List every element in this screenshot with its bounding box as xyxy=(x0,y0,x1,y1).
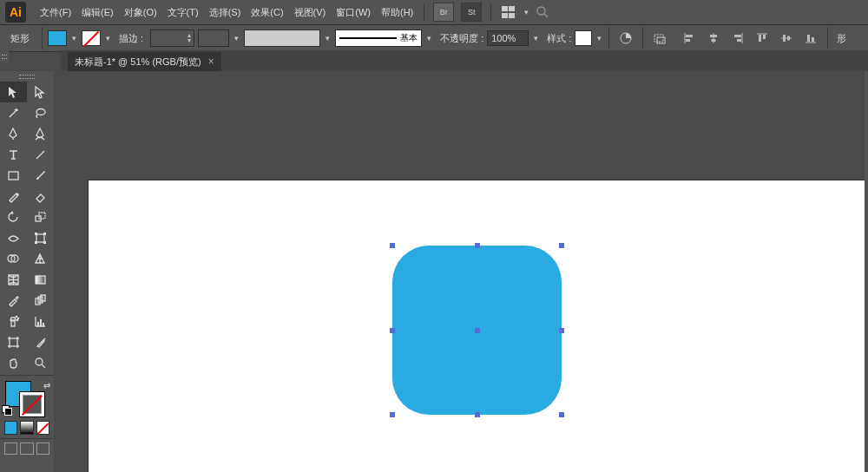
align-right-button[interactable] xyxy=(727,28,749,49)
chevron-down-icon[interactable]: ▾ xyxy=(233,34,240,43)
align-vcenter-button[interactable] xyxy=(775,28,798,49)
svg-point-42 xyxy=(17,318,18,318)
svg-rect-36 xyxy=(36,276,45,284)
lasso-tool[interactable] xyxy=(27,102,54,123)
zoom-tool[interactable] xyxy=(27,352,54,373)
chevron-down-icon[interactable]: ▾ xyxy=(70,34,78,43)
menu-select[interactable]: 选择(S) xyxy=(209,6,241,19)
handle-bottom-right[interactable] xyxy=(559,412,564,417)
svg-rect-7 xyxy=(686,39,690,42)
stroke-color-icon[interactable] xyxy=(19,391,45,417)
chevron-down-icon[interactable]: ▾ xyxy=(524,8,529,16)
color-mode-solid[interactable] xyxy=(4,421,17,435)
canvas[interactable] xyxy=(54,71,865,472)
column-graph-tool[interactable] xyxy=(27,311,54,331)
swap-fill-stroke-icon[interactable]: ⇄ xyxy=(43,381,50,390)
fill-swatch[interactable] xyxy=(48,30,67,46)
isolate-button[interactable] xyxy=(648,28,671,49)
slice-tool[interactable] xyxy=(27,331,54,352)
opacity-field[interactable]: 100% xyxy=(487,30,529,46)
align-bottom-button[interactable] xyxy=(799,28,822,49)
align-hcenter-button[interactable] xyxy=(702,28,725,49)
bridge-button[interactable]: Br xyxy=(433,3,454,22)
menu-window[interactable]: 窗口(W) xyxy=(336,6,371,19)
document-tab[interactable]: 未标题-1* @ 51% (RGB/预览) × xyxy=(68,52,221,71)
artboard[interactable] xyxy=(89,180,865,472)
rectangle-tool[interactable] xyxy=(0,165,27,186)
direct-selection-tool[interactable] xyxy=(27,82,54,102)
chevron-down-icon[interactable]: ▾ xyxy=(595,34,603,43)
variable-width-profile[interactable] xyxy=(198,30,229,47)
chevron-down-icon[interactable]: ▾ xyxy=(324,34,332,43)
handle-top-left[interactable] xyxy=(390,243,395,248)
eyedropper-tool[interactable] xyxy=(0,290,27,311)
menu-effect[interactable]: 效果(C) xyxy=(251,6,283,19)
handle-top-right[interactable] xyxy=(559,243,564,248)
close-tab-button[interactable]: × xyxy=(208,56,214,68)
selection-tool[interactable] xyxy=(0,82,27,102)
paintbrush-tool[interactable] xyxy=(27,165,54,186)
align-left-button[interactable] xyxy=(678,28,700,49)
menu-help[interactable]: 帮助(H) xyxy=(381,6,413,19)
divider xyxy=(424,3,424,21)
eraser-tool[interactable] xyxy=(27,186,54,206)
default-fill-stroke-icon[interactable] xyxy=(2,405,12,416)
svg-line-1 xyxy=(544,14,548,17)
divider xyxy=(642,27,643,49)
fill-stroke-control[interactable]: ⇄ xyxy=(2,379,52,416)
divider xyxy=(42,27,43,49)
pen-tool[interactable] xyxy=(0,123,27,144)
transform-label-cut[interactable]: 形 xyxy=(837,32,846,45)
draw-behind[interactable] xyxy=(20,442,33,455)
search-icon[interactable] xyxy=(536,5,549,19)
menu-object[interactable]: 对象(O) xyxy=(124,6,157,19)
chevron-down-icon[interactable]: ▾ xyxy=(532,34,540,43)
panel-grip[interactable] xyxy=(0,73,54,80)
shaper-tool[interactable] xyxy=(0,186,27,206)
color-mode-none[interactable] xyxy=(36,421,49,435)
draw-inside[interactable] xyxy=(36,442,49,455)
rounded-rectangle-shape[interactable] xyxy=(392,246,562,415)
handle-bottom-left[interactable] xyxy=(390,412,395,417)
panel-grip[interactable] xyxy=(0,50,9,62)
shape-builder-tool[interactable] xyxy=(0,248,27,269)
stroke-weight-field[interactable]: ▴▾ xyxy=(150,30,194,47)
magic-wand-tool[interactable] xyxy=(0,102,27,123)
symbol-sprayer-tool[interactable] xyxy=(0,311,27,331)
menu-bar: Ai 文件(F) 编辑(E) 对象(O) 文字(T) 选择(S) 效果(C) 视… xyxy=(0,0,868,24)
hand-tool[interactable] xyxy=(0,352,27,373)
curvature-tool[interactable] xyxy=(27,123,54,144)
svg-rect-40 xyxy=(11,321,15,326)
recolor-artwork-button[interactable] xyxy=(615,28,637,49)
menu-file[interactable]: 文件(F) xyxy=(40,6,71,19)
line-segment-tool[interactable] xyxy=(27,144,54,165)
stroke-swatch[interactable] xyxy=(82,30,101,46)
stock-button[interactable]: St xyxy=(461,3,482,22)
type-tool[interactable] xyxy=(0,144,27,165)
right-panel-edge xyxy=(865,71,868,472)
blend-tool[interactable] xyxy=(27,290,54,311)
svg-rect-47 xyxy=(10,338,17,346)
perspective-grid-tool[interactable] xyxy=(27,248,54,269)
free-transform-tool[interactable] xyxy=(27,227,54,248)
draw-normal[interactable] xyxy=(4,442,17,455)
color-mode-gradient[interactable] xyxy=(20,421,33,435)
menu-edit[interactable]: 编辑(E) xyxy=(82,6,114,19)
mesh-tool[interactable] xyxy=(0,269,27,290)
width-tool[interactable] xyxy=(0,227,27,248)
svg-rect-24 xyxy=(9,172,18,180)
scale-tool[interactable] xyxy=(27,206,54,227)
rotate-tool[interactable] xyxy=(0,206,27,227)
align-top-button[interactable] xyxy=(751,28,773,49)
brush-basic[interactable]: 基本 xyxy=(335,30,422,47)
brush-definition[interactable] xyxy=(244,30,320,47)
gradient-tool[interactable] xyxy=(27,269,54,290)
chevron-down-icon[interactable]: ▾ xyxy=(425,34,433,43)
menu-type[interactable]: 文字(T) xyxy=(168,6,199,19)
menu-view[interactable]: 视图(V) xyxy=(294,6,326,19)
artboard-tool[interactable] xyxy=(0,331,27,352)
chevron-down-icon[interactable]: ▾ xyxy=(104,34,112,43)
svg-rect-19 xyxy=(787,36,790,41)
graphic-style-swatch[interactable] xyxy=(575,30,592,46)
arrange-documents-icon[interactable] xyxy=(502,6,517,18)
